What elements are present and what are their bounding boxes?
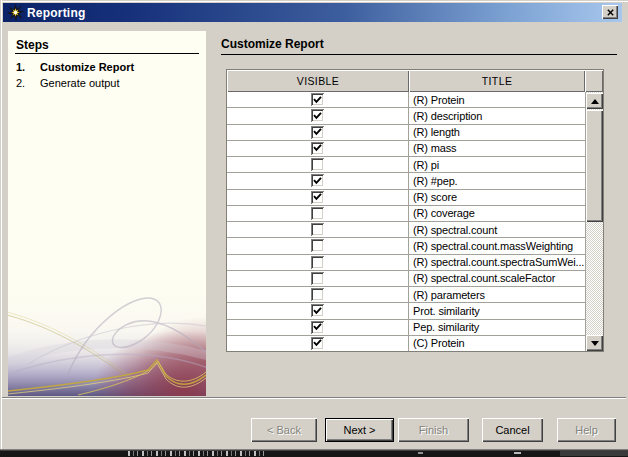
taskbar-specks <box>128 451 268 456</box>
visible-checkbox[interactable] <box>311 142 324 155</box>
table-row[interactable]: (R) spectral.count.massWeighting <box>227 238 585 254</box>
scroll-up-button[interactable] <box>586 93 603 109</box>
table-row[interactable]: (R) length <box>227 125 585 141</box>
check-icon <box>313 339 322 347</box>
arrow-up-icon <box>591 99 599 104</box>
arrow-down-icon <box>591 341 599 346</box>
cancel-button[interactable]: Cancel <box>482 418 543 442</box>
visible-cell <box>227 190 409 205</box>
taskbar-fragment <box>0 451 628 457</box>
check-icon <box>313 307 322 315</box>
table-row[interactable]: (R) spectral.count <box>227 222 585 238</box>
app-icon <box>7 4 24 21</box>
row-title[interactable]: (R) Protein <box>409 92 585 107</box>
visible-checkbox[interactable] <box>311 272 324 285</box>
check-icon <box>313 96 322 104</box>
row-title[interactable]: (R) #pep. <box>409 173 585 188</box>
reporting-dialog: Reporting Steps 1.Customize Report 2.Gen… <box>0 0 628 451</box>
table-row[interactable]: (R) #pep. <box>227 173 585 189</box>
scroll-down-button[interactable] <box>586 335 603 351</box>
row-title[interactable]: (R) spectral.count.scaleFactor <box>409 271 585 286</box>
column-header-visible[interactable]: VISIBLE <box>227 70 409 92</box>
visible-checkbox[interactable] <box>311 207 324 220</box>
column-header-title[interactable]: TITLE <box>409 70 585 92</box>
visible-cell <box>227 303 409 318</box>
titlebar[interactable]: Reporting <box>3 3 622 22</box>
visible-cell <box>227 206 409 221</box>
table-row[interactable]: (R) coverage <box>227 206 585 222</box>
vertical-scrollbar[interactable] <box>585 92 603 351</box>
window-title: Reporting <box>27 6 85 20</box>
visible-cell <box>227 141 409 156</box>
table-row[interactable]: (R) score <box>227 190 585 206</box>
steps-heading: Steps <box>16 38 49 52</box>
separator <box>2 397 626 399</box>
table-row[interactable]: (R) pi <box>227 157 585 173</box>
visible-cell <box>227 255 409 270</box>
visible-checkbox[interactable] <box>311 93 324 106</box>
check-icon <box>313 323 322 331</box>
table-row[interactable]: Prot. similarity <box>227 303 585 319</box>
visible-cell <box>227 173 409 188</box>
visible-checkbox[interactable] <box>311 304 324 317</box>
table-row[interactable]: (R) Protein <box>227 92 585 108</box>
window-border-left <box>0 0 2 451</box>
table-row[interactable]: (R) spectral.count.scaleFactor <box>227 271 585 287</box>
row-title[interactable]: (R) score <box>409 190 585 205</box>
table-row[interactable]: (R) description <box>227 108 585 124</box>
row-title[interactable]: (R) length <box>409 125 585 140</box>
table-row[interactable]: (R) spectral.count.spectraSumWei... <box>227 255 585 271</box>
visible-cell <box>227 92 409 107</box>
visible-cell <box>227 287 409 302</box>
row-title[interactable]: (R) spectral.count.spectraSumWei... <box>409 255 585 270</box>
row-title[interactable]: (C) Protein <box>409 336 585 351</box>
visible-checkbox[interactable] <box>311 239 324 252</box>
row-title[interactable]: (R) spectral.count.massWeighting <box>409 238 585 253</box>
scrollbar-thumb[interactable] <box>586 110 603 222</box>
table-row[interactable]: (R) mass <box>227 141 585 157</box>
check-icon <box>313 112 322 120</box>
row-title[interactable]: Prot. similarity <box>409 303 585 318</box>
visible-checkbox[interactable] <box>311 223 324 236</box>
visible-checkbox[interactable] <box>311 256 324 269</box>
visible-checkbox[interactable] <box>311 191 324 204</box>
visible-checkbox[interactable] <box>311 126 324 139</box>
visible-checkbox[interactable] <box>311 174 324 187</box>
row-title[interactable]: (R) coverage <box>409 206 585 221</box>
table-row[interactable]: (R) parameters <box>227 287 585 303</box>
help-button[interactable]: Help <box>557 418 616 442</box>
visible-checkbox[interactable] <box>311 321 324 334</box>
row-title[interactable]: (R) spectral.count <box>409 222 585 237</box>
visible-cell <box>227 238 409 253</box>
finish-button[interactable]: Finish <box>398 418 469 442</box>
table-row[interactable]: (C) Protein <box>227 336 585 351</box>
visible-cell <box>227 125 409 140</box>
table-row[interactable]: Pep. similarity <box>227 320 585 336</box>
table-header: VISIBLE TITLE <box>227 70 603 92</box>
step-number: 1. <box>16 61 40 73</box>
visible-checkbox[interactable] <box>311 288 324 301</box>
row-title[interactable]: (R) parameters <box>409 287 585 302</box>
row-title[interactable]: (R) mass <box>409 141 585 156</box>
step-item-customize-report: 1.Customize Report <box>16 61 134 73</box>
row-title[interactable]: Pep. similarity <box>409 320 585 335</box>
visible-cell <box>227 108 409 123</box>
step-item-generate-output: 2.Generate output <box>16 77 120 89</box>
row-title[interactable]: (R) pi <box>409 157 585 172</box>
visible-checkbox[interactable] <box>311 109 324 122</box>
step-label: Customize Report <box>40 61 134 73</box>
screen: Reporting Steps 1.Customize Report 2.Gen… <box>0 0 628 457</box>
back-button[interactable]: < Back <box>251 418 317 442</box>
visible-cell <box>227 336 409 351</box>
visible-checkbox[interactable] <box>311 158 324 171</box>
next-button[interactable]: Next > <box>325 418 394 442</box>
close-button[interactable] <box>602 5 618 19</box>
visible-cell <box>227 222 409 237</box>
check-icon <box>313 193 322 201</box>
page-title: Customize Report <box>221 37 324 51</box>
decorative-swirl-image <box>8 264 206 396</box>
visible-cell <box>227 271 409 286</box>
row-title[interactable]: (R) description <box>409 108 585 123</box>
table-body: (R) Protein(R) description(R) length(R) … <box>227 92 585 351</box>
visible-checkbox[interactable] <box>311 337 324 350</box>
